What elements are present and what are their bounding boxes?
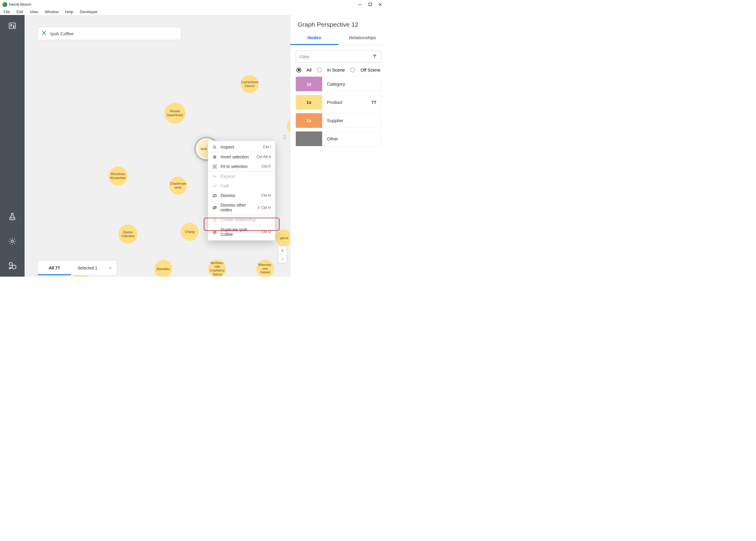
maximize-button[interactable] — [368, 2, 372, 7]
filter-icon — [372, 54, 377, 60]
category-row[interactable]: 1xCategory — [296, 77, 381, 91]
ctx-expand: Expand — [208, 172, 275, 181]
tab-all[interactable]: All 77 — [38, 261, 71, 275]
menu-view[interactable]: View — [27, 10, 40, 14]
graph-node[interactable]: Queso Cabrales — [118, 225, 138, 244]
tab-nodes[interactable]: Nodes — [290, 31, 339, 45]
drag-handle-icon[interactable]: •••••• — [283, 135, 286, 140]
graph-node[interactable]: Maxilaku — [154, 260, 172, 276]
ctx-label: Expand — [221, 174, 271, 179]
left-sidebar — [0, 15, 25, 276]
svg-line-15 — [12, 265, 13, 266]
ctx-label: Dismiss other nodes — [221, 203, 253, 212]
filter-input[interactable]: Filter — [296, 51, 381, 63]
svg-point-21 — [213, 156, 216, 158]
ctx-dismiss-other-nodes[interactable]: Dismiss other nodes⇧ Ctrl H — [208, 200, 275, 215]
search-bar[interactable]: Ipoh Coffee — [37, 27, 181, 40]
ctx-shortcut: Ctrl D — [261, 230, 271, 234]
ctx-shortcut: Ctrl Alt A — [256, 155, 271, 159]
ctx-dismiss[interactable]: DismissCtrl H — [208, 191, 275, 200]
ctx-create-relationship: Create relationship — [208, 215, 275, 225]
radio-off-scene[interactable] — [350, 68, 355, 72]
tab-selected[interactable]: Selected 1 — [71, 261, 104, 275]
svg-rect-35 — [214, 232, 216, 234]
graph-icon[interactable] — [6, 260, 19, 272]
invert-icon — [212, 155, 217, 159]
svg-point-12 — [9, 263, 13, 266]
perspective-icon[interactable] — [6, 19, 19, 32]
svg-line-16 — [11, 268, 13, 268]
selection-card: All 77 Selected 1 — [38, 261, 117, 275]
menu-help[interactable]: Help — [63, 10, 76, 14]
svg-point-22 — [214, 156, 214, 157]
zoom-in-button[interactable]: + — [278, 246, 287, 255]
graph-node[interactable]: Mascarp-one Fabioli — [256, 260, 274, 276]
titlebar: Neo4j Bloom — [0, 0, 387, 9]
category-swatch — [296, 132, 322, 146]
svg-point-8 — [13, 26, 14, 28]
graph-node[interactable]: Northwo-ods Cranberry Sauce — [208, 260, 226, 276]
ctx-shortcut: Ctrl H — [261, 194, 271, 198]
right-panel-tabs: Nodes Relationships — [290, 31, 387, 45]
ctx-label: Create relationship — [221, 217, 271, 222]
ctx-label: Inspect — [221, 145, 259, 149]
expand-icon — [212, 174, 217, 179]
category-row[interactable]: Other — [296, 132, 381, 146]
menu-window[interactable]: Window — [42, 10, 61, 14]
scope-radio-group: All In Scene Off Scene — [290, 66, 387, 77]
search-icon — [212, 145, 217, 149]
ctx-inspect[interactable]: InspectCtrl I — [208, 142, 275, 152]
ctx-path: Path — [208, 181, 275, 191]
category-swatch: 1x — [296, 113, 322, 128]
zoom-out-button[interactable]: − — [278, 255, 287, 263]
ctx-shortcut: Ctrl I — [263, 145, 271, 149]
ctx-label: Invert selection — [221, 155, 253, 159]
ctx-shortcut: ⇧ Ctrl H — [257, 206, 271, 210]
search-text: Ipoh Coffee — [50, 31, 73, 36]
category-row[interactable]: 1xProduct77 — [296, 95, 381, 110]
graph-node[interactable]: ybröd — [276, 230, 290, 247]
clear-search-icon[interactable] — [42, 31, 46, 36]
graph-node[interactable]: S — [287, 118, 290, 134]
svg-line-20 — [215, 148, 216, 149]
zoom-controls: + − — [278, 246, 287, 263]
radio-all[interactable] — [296, 68, 301, 72]
menu-developer[interactable]: Developer — [77, 10, 100, 14]
context-menu: InspectCtrl IInvert selectionCtrl Alt AF… — [208, 141, 275, 241]
flask-icon[interactable] — [6, 211, 19, 223]
graph-canvas[interactable]: Ipoh Coffee Camembert PierrotRössle Saue… — [25, 15, 290, 276]
menu-edit[interactable]: Edit — [14, 10, 25, 14]
expand-selection-card-icon[interactable] — [104, 266, 117, 270]
svg-point-11 — [11, 240, 13, 243]
close-button[interactable] — [378, 2, 382, 7]
graph-node[interactable]: Chang — [181, 223, 199, 241]
dismiss-icon — [212, 194, 217, 198]
ctx-label: Path — [221, 184, 271, 188]
category-row[interactable]: 1xSupplier — [296, 113, 381, 128]
ctx-label: Fit to selection — [221, 164, 258, 169]
ctx-duplicate-ipoh-coffee[interactable]: Duplicate Ipoh CoffeeCtrl D — [208, 225, 275, 239]
filter-placeholder: Filter — [300, 54, 310, 59]
menu-file[interactable]: File — [1, 10, 12, 14]
create-rel-icon — [212, 218, 217, 222]
category-label: Supplier — [327, 118, 343, 123]
svg-point-24 — [214, 157, 214, 158]
svg-rect-26 — [214, 166, 215, 167]
ctx-invert-selection[interactable]: Invert selectionCtrl Alt A — [208, 152, 275, 162]
tab-relationships[interactable]: Relationships — [339, 31, 387, 45]
duplicate-icon — [212, 230, 217, 235]
graph-node[interactable]: Rhönbräu Klosterbier — [108, 167, 128, 186]
ctx-fit-to-selection[interactable]: Fit to selectionCtrl F — [208, 162, 275, 171]
radio-in-scene[interactable] — [317, 68, 322, 72]
ctx-shortcut: Ctrl F — [262, 164, 271, 169]
graph-node[interactable]: Rössle Sauerkraut — [165, 103, 185, 124]
svg-rect-1 — [369, 3, 372, 6]
right-panel: Graph Perspective 12 Nodes Relationships… — [290, 15, 387, 276]
svg-point-19 — [213, 146, 215, 148]
graph-node[interactable]: Chartreuse verte — [169, 177, 187, 195]
gear-icon[interactable] — [6, 235, 19, 248]
path-icon — [212, 184, 217, 188]
graph-node[interactable]: Camembert Pierrot — [241, 75, 259, 93]
minimize-button[interactable] — [358, 2, 362, 7]
window-controls — [358, 2, 384, 7]
